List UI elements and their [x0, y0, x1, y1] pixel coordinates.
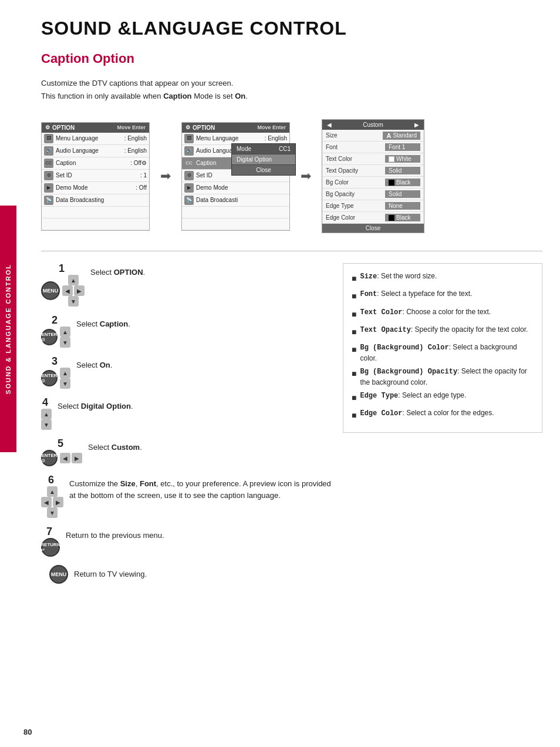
- arrow2: ➡: [301, 169, 311, 184]
- menu2-icon-data: 📡: [184, 196, 194, 205]
- menu1-row-data: 📡 Data Broadcasting: [42, 194, 149, 207]
- menu2-row-blank1: [182, 207, 289, 218]
- custom-panel-header: ◀ Custom ▶: [322, 120, 424, 130]
- step2-enter-btn[interactable]: ENTER⊙: [41, 329, 58, 345]
- step5-nav: ◀ ▶: [60, 453, 82, 463]
- info-edgecolor: ■ Edge Color: Select a color for the edg…: [352, 408, 534, 423]
- info-textopacity: ■ Text Opacity: Specify the opacity for …: [352, 324, 534, 339]
- bottom-menu-text: Return to TV viewing.: [74, 565, 147, 580]
- custom-row-textopacity: Text Opacity Solid: [322, 165, 424, 177]
- step-5: 5 ENTER⊙ ◀ ▶ Select Custom.: [41, 438, 331, 466]
- step1-text: Select OPTION.: [90, 263, 145, 278]
- step3-enter-btn[interactable]: ENTER⊙: [41, 370, 58, 386]
- menu1-icon-1: 🖼: [44, 134, 53, 143]
- diagrams-row: ⚙ OPTION Move Enter 🖼 Menu Language : En…: [41, 119, 542, 233]
- custom-row-edgetype: Edge Type None: [322, 200, 424, 212]
- description: Customize the DTV captions that appear o…: [41, 77, 542, 103]
- custom-row-textcolor: Text Color White: [322, 153, 424, 165]
- popup-menu: Mode CC1 Digital Option Close: [231, 143, 296, 176]
- info-bgcolor: ■ Bg (Background) Color: Select a backgr…: [352, 342, 534, 364]
- section-rule: [41, 251, 542, 251]
- edgecolor-swatch: [389, 215, 394, 221]
- side-tab-label: SOUND & LANGUAGE CONTROL: [5, 264, 12, 394]
- custom-panel: ◀ Custom ▶ Size A Standard Font Font 1 T…: [322, 119, 424, 233]
- step-6: 6 ▲ ◀ ▶ ▼ Customize the Size, Font, etc.…: [41, 475, 331, 518]
- menu1-row-demo: ▶ Demo Mode : Off: [42, 182, 149, 194]
- menu2-diagram: ⚙ OPTION Move Enter 🖼 Menu Language : En…: [181, 122, 290, 231]
- step2-nav: ▲ ▼: [60, 327, 70, 348]
- info-bgopacity: ■ Bg (Background) Opacity: Select the op…: [352, 366, 534, 388]
- step7-return-btn[interactable]: RETURN↩: [41, 538, 60, 557]
- step-menu-bottom: MENU Return to TV viewing.: [49, 565, 331, 584]
- custom-row-font: Font Font 1: [322, 142, 424, 153]
- menu1-header: ⚙ OPTION Move Enter: [42, 123, 149, 133]
- menu2-row-blank2: [182, 218, 289, 230]
- arrow1: ➡: [160, 169, 171, 184]
- step-7: 7 RETURN↩ Return to the previous menu.: [41, 526, 331, 557]
- step3-text: Select On.: [76, 356, 112, 371]
- step-3: 3 ENTER⊙ ▲ ▼ Select On.: [41, 356, 331, 389]
- custom-row-bgcolor: Bg Color Black: [322, 177, 424, 189]
- menu1-diagram: ⚙ OPTION Move Enter 🖼 Menu Language : En…: [41, 122, 150, 231]
- steps-column: 1 MENU ▲ ◀ ▶ ▼ Select OPTION.: [41, 263, 331, 592]
- page-number: 80: [23, 728, 32, 736]
- info-textcolor: ■ Text Color: Choose a color for the tex…: [352, 307, 534, 322]
- bgcolor-swatch: [389, 180, 394, 186]
- step6-text: Customize the Size, Font, etc., to your …: [69, 475, 331, 501]
- menu1-icon-2: 🔊: [44, 146, 53, 156]
- page-title: SOUND &LANGUAGE CONTROL: [41, 18, 542, 39]
- menu2-icon-2: 🔊: [184, 146, 194, 156]
- step5-text: Select Custom.: [88, 438, 142, 453]
- popup-row-mode: Mode CC1: [232, 144, 295, 154]
- step-4: 4 ▲ ▼ Select Digital Option.: [41, 397, 331, 430]
- menu2-row-demo: ▶ Demo Mode: [182, 182, 289, 194]
- popup-close: Close: [232, 165, 295, 175]
- menu2-wrap: ⚙ OPTION Move Enter 🖼 Menu Language : En…: [181, 122, 290, 231]
- menu1-row-caption: CC Caption : Off ⚙: [42, 157, 149, 170]
- menu1-icon-demo: ▶: [44, 183, 53, 193]
- custom-row-bgopacity: Bg Opacity Solid: [322, 189, 424, 200]
- menu1-icon-data: 📡: [44, 196, 53, 205]
- custom-close: Close: [322, 224, 424, 233]
- step6-nav: ▲ ◀ ▶ ▼: [41, 486, 63, 518]
- menu1-row-setid: ⚙ Set ID : 1: [42, 170, 149, 182]
- bottom-menu-btn[interactable]: MENU: [49, 565, 68, 584]
- menu1-icon-setid: ⚙: [44, 171, 53, 180]
- step1-nav: ▲ ◀ ▶ ▼: [62, 275, 85, 307]
- custom-row-size: Size A Standard: [322, 130, 424, 142]
- info-font: ■ Font: Select a typeface for the text.: [352, 288, 534, 304]
- menu2-icon-caption: CC: [184, 159, 194, 168]
- popup-row-digital: Digital Option: [232, 154, 295, 165]
- step7-text: Return to the previous menu.: [66, 526, 164, 541]
- menu1-row-blank1: [42, 207, 149, 218]
- menu1-row-2: 🔊 Audio Language : English: [42, 145, 149, 157]
- step-1: 1 MENU ▲ ◀ ▶ ▼ Select OPTION.: [41, 263, 331, 307]
- step2-text: Select Caption.: [76, 315, 130, 330]
- menu2-header: ⚙ OPTION Move Enter: [182, 123, 289, 133]
- step1-menu-btn[interactable]: MENU: [41, 281, 60, 300]
- section-heading: Caption Option: [41, 51, 542, 66]
- menu1-icon-caption: CC: [44, 159, 53, 168]
- menu2-icon-setid: ⚙: [184, 171, 194, 180]
- textcolor-swatch: [389, 156, 394, 162]
- menu2-row-data: 📡 Data Broadcasti: [182, 194, 289, 207]
- step5-enter-btn[interactable]: ENTER⊙: [41, 450, 58, 466]
- step4-nav: ▲ ▼: [41, 409, 52, 430]
- custom-row-edgecolor: Edge Color Black: [322, 212, 424, 224]
- side-tab: SOUND & LANGUAGE CONTROL: [0, 206, 16, 452]
- menu2-icon-demo: ▶: [184, 183, 194, 193]
- info-box: ■ Size: Set the word size. ■ Font: Selec…: [343, 263, 542, 433]
- step3-nav: ▲ ▼: [60, 368, 70, 389]
- step4-text: Select Digital Option.: [58, 397, 133, 412]
- info-edgetype: ■ Edge Type: Select an edge type.: [352, 390, 534, 405]
- info-size: ■ Size: Set the word size.: [352, 271, 534, 286]
- step-2: 2 ENTER⊙ ▲ ▼ Select Caption.: [41, 315, 331, 348]
- steps-layout: 1 MENU ▲ ◀ ▶ ▼ Select OPTION.: [41, 263, 542, 592]
- menu2-icon-1: 🖼: [184, 134, 194, 143]
- menu1-row-1: 🖼 Menu Language : English: [42, 133, 149, 145]
- menu1-row-blank2: [42, 218, 149, 230]
